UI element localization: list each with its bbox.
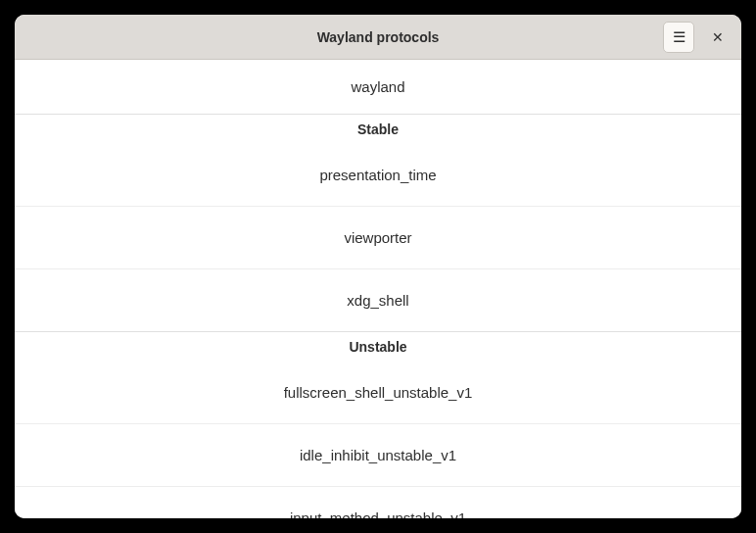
window: Wayland protocols ☰ ✕ wayland Stable pre… (15, 15, 741, 518)
list-item-label: wayland (351, 78, 404, 95)
section-label: Unstable (349, 339, 406, 355)
close-icon: ✕ (712, 29, 724, 45)
page-title: Wayland protocols (15, 29, 741, 45)
list-item[interactable]: fullscreen_shell_unstable_v1 (15, 362, 741, 424)
list-item[interactable]: idle_inhibit_unstable_v1 (15, 424, 741, 487)
section-header-unstable: Unstable (15, 332, 741, 362)
list-item[interactable]: xdg_shell (15, 269, 741, 332)
list-item[interactable]: presentation_time (15, 144, 741, 207)
list-item[interactable]: wayland (15, 60, 741, 115)
section-label: Stable (357, 121, 399, 137)
header-buttons: ☰ ✕ (663, 22, 733, 53)
hamburger-icon: ☰ (673, 28, 685, 46)
list-item-label: fullscreen_shell_unstable_v1 (284, 384, 473, 401)
list-item-label: presentation_time (319, 167, 436, 183)
menu-button[interactable]: ☰ (663, 22, 694, 53)
list-item[interactable]: input_method_unstable_v1 (15, 487, 741, 518)
list-item-label: xdg_shell (347, 292, 408, 309)
list-item[interactable]: viewporter (15, 207, 741, 269)
header-bar: Wayland protocols ☰ ✕ (15, 15, 741, 60)
content-area[interactable]: wayland Stable presentation_time viewpor… (15, 60, 741, 518)
section-header-stable: Stable (15, 115, 741, 144)
close-button[interactable]: ✕ (702, 22, 733, 53)
list-item-label: idle_inhibit_unstable_v1 (300, 447, 456, 463)
list-item-label: input_method_unstable_v1 (290, 509, 466, 518)
list-item-label: viewporter (344, 229, 411, 246)
